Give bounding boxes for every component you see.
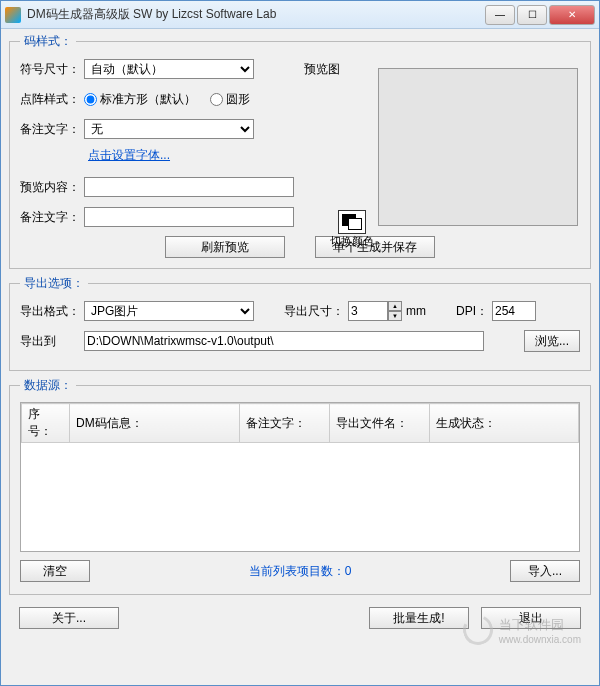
size-down-button[interactable]: ▼: [388, 311, 402, 321]
dot-style-square-radio[interactable]: 标准方形（默认）: [84, 91, 196, 108]
export-size-input[interactable]: [348, 301, 388, 321]
preview-box: [378, 68, 578, 226]
export-format-label: 导出格式：: [20, 303, 84, 320]
minimize-button[interactable]: —: [485, 5, 515, 25]
note-select[interactable]: 无: [84, 119, 254, 139]
style-group: 码样式： 符号尺寸： 自动（默认） 预览图 点阵样式： 标准方形（默认） 圆形: [9, 33, 591, 269]
export-path-label: 导出到: [20, 333, 84, 350]
preview-label: 预览图: [304, 61, 340, 78]
font-link[interactable]: 点击设置字体...: [88, 147, 170, 164]
app-icon: [5, 7, 21, 23]
swap-color-icon[interactable]: [338, 210, 366, 234]
data-table[interactable]: 序号： DM码信息： 备注文字： 导出文件名： 生成状态：: [20, 402, 580, 552]
col-note[interactable]: 备注文字：: [240, 404, 330, 443]
symbol-size-select[interactable]: 自动（默认）: [84, 59, 254, 79]
clear-button[interactable]: 清空: [20, 560, 90, 582]
col-status[interactable]: 生成状态：: [430, 404, 579, 443]
preview-content-label: 预览内容：: [20, 179, 84, 196]
titlebar: DM码生成器高级版 SW by Lizcst Software Lab — ☐ …: [1, 1, 599, 29]
dpi-label: DPI：: [456, 303, 488, 320]
preview-content-input[interactable]: [84, 177, 294, 197]
export-size-label: 导出尺寸：: [284, 303, 344, 320]
window-title: DM码生成器高级版 SW by Lizcst Software Lab: [27, 6, 483, 23]
col-filename[interactable]: 导出文件名：: [330, 404, 430, 443]
batch-generate-button[interactable]: 批量生成!: [369, 607, 469, 629]
exit-button[interactable]: 退出: [481, 607, 581, 629]
symbol-size-label: 符号尺寸：: [20, 61, 84, 78]
refresh-preview-button[interactable]: 刷新预览: [165, 236, 285, 258]
export-path-input[interactable]: [84, 331, 484, 351]
data-source-group: 数据源： 序号： DM码信息： 备注文字： 导出文件名： 生成状态： 清空 当前…: [9, 377, 591, 595]
browse-button[interactable]: 浏览...: [524, 330, 580, 352]
dot-style-label: 点阵样式：: [20, 91, 84, 108]
import-button[interactable]: 导入...: [510, 560, 580, 582]
style-legend: 码样式：: [20, 33, 76, 50]
export-size-unit: mm: [406, 304, 426, 318]
export-group: 导出选项： 导出格式： JPG图片 导出尺寸： ▲ ▼ mm DPI：: [9, 275, 591, 371]
note2-input[interactable]: [84, 207, 294, 227]
maximize-button[interactable]: ☐: [517, 5, 547, 25]
dpi-input[interactable]: [492, 301, 536, 321]
dot-style-circle-radio[interactable]: 圆形: [210, 91, 250, 108]
col-index[interactable]: 序号：: [22, 404, 70, 443]
note-label: 备注文字：: [20, 121, 84, 138]
export-format-select[interactable]: JPG图片: [84, 301, 254, 321]
note2-label: 备注文字：: [20, 209, 84, 226]
close-button[interactable]: ✕: [549, 5, 595, 25]
size-up-button[interactable]: ▲: [388, 301, 402, 311]
export-legend: 导出选项：: [20, 275, 88, 292]
item-count-status: 当前列表项目数：0: [249, 563, 352, 580]
data-legend: 数据源：: [20, 377, 76, 394]
swap-color-label: 切换颜色: [330, 234, 374, 249]
col-dm-info[interactable]: DM码信息：: [70, 404, 240, 443]
about-button[interactable]: 关于...: [19, 607, 119, 629]
